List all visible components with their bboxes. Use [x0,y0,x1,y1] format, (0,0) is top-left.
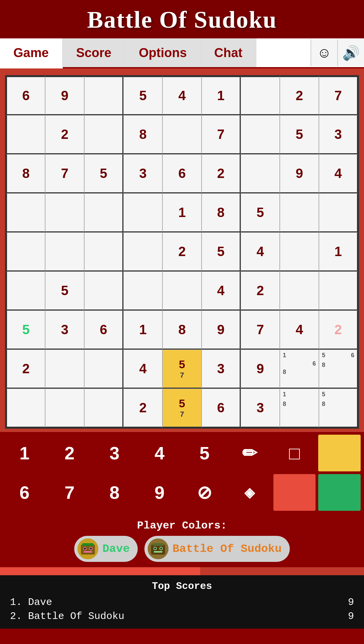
input-btn-1[interactable]: 1 [3,435,46,471]
cell-0-4[interactable]: 4 [162,76,202,115]
cell-5-5[interactable]: 4 [202,271,241,310]
cell-1-8[interactable]: 3 [319,115,358,154]
tab-options[interactable]: Options [125,38,201,67]
input-btn-9[interactable]: 9 [138,474,181,511]
input-btn-7[interactable]: 7 [48,474,91,511]
cell-7-0[interactable]: 2 [6,350,45,389]
cell-4-3[interactable] [123,232,162,271]
cell-0-8[interactable]: 7 [319,76,358,115]
cell-0-6[interactable] [241,76,280,115]
cell-7-3[interactable]: 4 [123,350,162,389]
cell-6-1[interactable]: 3 [45,310,84,350]
cell-5-7[interactable] [280,271,319,310]
cell-4-2[interactable] [84,232,123,271]
cell-7-2[interactable] [84,350,123,389]
cell-1-2[interactable] [84,115,123,154]
cell-5-8[interactable] [319,271,358,310]
cell-5-1[interactable]: 5 [45,271,84,310]
color-swatch-black[interactable] [273,474,316,511]
cell-4-1[interactable] [45,232,84,271]
cell-1-1[interactable]: 2 [45,115,84,154]
cell-1-6[interactable] [241,115,280,154]
tab-score[interactable]: Score [63,38,126,67]
cell-8-0[interactable] [6,389,45,428]
input-btn-8[interactable]: 8 [93,474,136,511]
cell-5-6[interactable]: 2 [241,271,280,310]
cell-8-8[interactable]: 5 8 [319,389,358,428]
cell-7-1[interactable] [45,350,84,389]
sound-icon[interactable]: 🔊 [337,39,364,66]
cell-8-2[interactable] [84,389,123,428]
cell-3-1[interactable] [45,193,84,232]
cell-4-5[interactable]: 5 [202,232,241,271]
tab-game[interactable]: Game [0,38,63,68]
cell-8-4[interactable]: 5 7 [162,389,202,428]
no-btn[interactable]: ⊘ [184,474,226,511]
input-btn-4[interactable]: 4 [138,435,181,471]
input-btn-6[interactable]: 6 [3,474,46,511]
cell-3-0[interactable] [6,193,45,232]
cell-8-6[interactable]: 3 [241,389,280,428]
cell-2-2[interactable]: 5 [84,154,123,193]
cell-4-4[interactable]: 2 [162,232,202,271]
cell-5-3[interactable] [123,271,162,310]
cell-6-8[interactable]: 2 [319,310,358,350]
tab-chat[interactable]: Chat [201,38,256,67]
color-swatch-yellow[interactable] [318,435,361,471]
cell-1-5[interactable]: 7 [202,115,241,154]
cell-3-5[interactable]: 8 [202,193,241,232]
cell-8-7[interactable]: 1 8 [280,389,319,428]
cell-4-7[interactable] [280,232,319,271]
color-swatch-green[interactable] [318,474,361,511]
cell-0-3[interactable]: 5 [123,76,162,115]
cell-5-4[interactable] [162,271,202,310]
cell-3-4[interactable]: 1 [162,193,202,232]
cell-8-3[interactable]: 2 [123,389,162,428]
pencil-btn[interactable]: ✏ [228,435,271,471]
input-btn-2[interactable]: 2 [48,435,91,471]
cell-3-3[interactable] [123,193,162,232]
cell-0-5[interactable]: 1 [202,76,241,115]
cell-7-5[interactable]: 3 [202,350,241,389]
cell-1-0[interactable] [6,115,45,154]
square-btn[interactable]: □ [273,435,316,471]
cell-7-7[interactable]: 1 6 8 [280,350,319,389]
cell-2-1[interactable]: 7 [45,154,84,193]
cell-7-6[interactable]: 9 [241,350,280,389]
cell-1-3[interactable]: 8 [123,115,162,154]
cell-6-5[interactable]: 9 [202,310,241,350]
cell-7-8[interactable]: 56 8 [319,350,358,389]
cell-3-7[interactable] [280,193,319,232]
cell-2-5[interactable]: 2 [202,154,241,193]
cell-1-7[interactable]: 5 [280,115,319,154]
cell-2-3[interactable]: 3 [123,154,162,193]
cell-1-4[interactable] [162,115,202,154]
cell-0-7[interactable]: 2 [280,76,319,115]
cell-2-7[interactable]: 9 [280,154,319,193]
cell-2-0[interactable]: 8 [6,154,45,193]
cell-4-8[interactable]: 1 [319,232,358,271]
cell-7-4[interactable]: 5 7 [162,350,202,389]
cell-3-2[interactable] [84,193,123,232]
cell-3-6[interactable]: 5 [241,193,280,232]
cell-6-0[interactable]: 5 [6,310,45,350]
cell-6-3[interactable]: 1 [123,310,162,350]
cell-6-6[interactable]: 7 [241,310,280,350]
input-btn-3[interactable]: 3 [93,435,136,471]
cell-2-8[interactable]: 4 [319,154,358,193]
cell-5-0[interactable] [6,271,45,310]
fill-btn[interactable]: ◈ [228,474,271,511]
cell-8-1[interactable] [45,389,84,428]
cell-0-0[interactable]: 6 [6,76,45,115]
cell-2-6[interactable] [241,154,280,193]
cell-6-7[interactable]: 4 [280,310,319,350]
cell-4-6[interactable]: 4 [241,232,280,271]
cell-8-5[interactable]: 6 [202,389,241,428]
cell-2-4[interactable]: 6 [162,154,202,193]
cell-0-1[interactable]: 9 [45,76,84,115]
cell-0-2[interactable] [84,76,123,115]
cell-6-4[interactable]: 8 [162,310,202,350]
cell-4-0[interactable] [6,232,45,271]
cell-5-2[interactable] [84,271,123,310]
cell-3-8[interactable] [319,193,358,232]
